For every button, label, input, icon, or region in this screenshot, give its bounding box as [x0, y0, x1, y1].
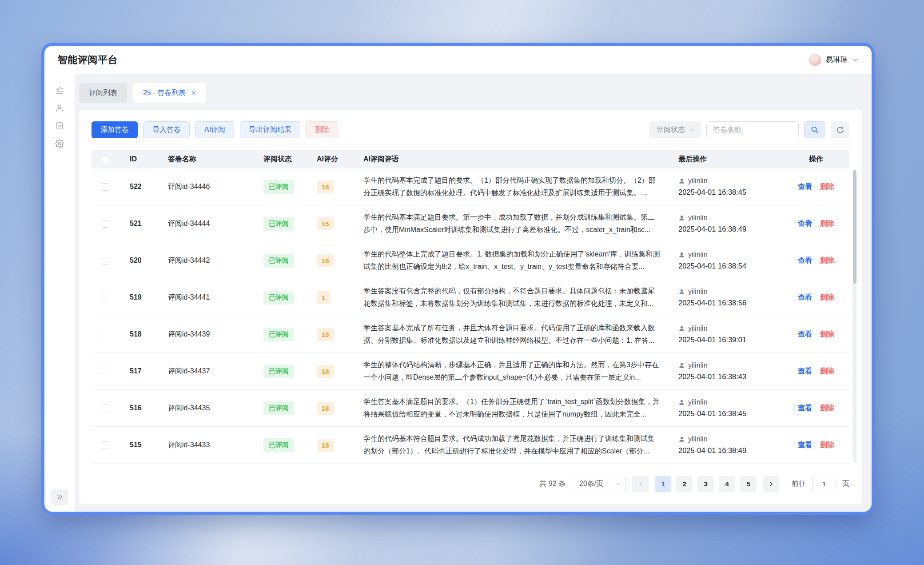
delete-link[interactable]: 删除 — [820, 330, 834, 339]
delete-link[interactable]: 删除 — [820, 441, 834, 450]
delete-link[interactable]: 删除 — [820, 219, 834, 228]
view-link[interactable]: 查看 — [798, 293, 812, 302]
chevron-right-icon — [768, 481, 774, 487]
row-checkbox[interactable] — [102, 368, 109, 375]
tab-review-list[interactable]: 评阅列表 — [79, 83, 127, 103]
answer-name-input[interactable] — [706, 121, 799, 138]
row-operator: yilinlin — [688, 325, 708, 333]
delete-link[interactable]: 删除 — [820, 367, 834, 376]
score-badge: 18 — [317, 180, 334, 193]
goto-unit-label: 页 — [842, 479, 849, 489]
page-button-4[interactable]: 4 — [719, 476, 735, 492]
search-button[interactable] — [804, 121, 825, 138]
status-badge: 已评阅 — [263, 328, 294, 341]
sidebar — [44, 74, 75, 512]
header-name: 答卷名称 — [168, 155, 263, 164]
page-size-select[interactable]: 20条/页 — [572, 476, 626, 492]
score-badge: 18 — [317, 254, 334, 267]
row-checkbox[interactable] — [102, 220, 109, 228]
delete-link[interactable]: 删除 — [820, 293, 834, 302]
row-operator: yilinlin — [688, 288, 708, 296]
row-name: 评阅id-34441 — [168, 293, 263, 302]
row-comment: 学生的代码基本符合题目要求。代码成功加载了鸢尾花数据集，并正确进行了训练集和测试… — [363, 433, 661, 457]
view-link[interactable]: 查看 — [798, 219, 812, 228]
row-checkbox[interactable] — [102, 257, 109, 264]
add-answer-button[interactable]: 添加答卷 — [92, 121, 138, 138]
delete-button[interactable]: 删除 — [306, 121, 338, 138]
sidebar-item-settings[interactable] — [51, 135, 68, 152]
user-menu[interactable]: 易琳琳 — [809, 54, 858, 66]
tab-answer-list[interactable]: 25 - 答卷列表 — [133, 83, 206, 103]
review-status-select-label: 评阅状态 — [657, 125, 685, 135]
row-comment: 学生的整体代码结构清晰，步骤基本正确，并且适用了正确的库和方法。然而，在第3步中… — [363, 359, 661, 384]
user-filled-icon — [678, 289, 685, 295]
view-link[interactable]: 查看 — [798, 330, 812, 339]
table-row: 518 评阅id-34439 已评阅 18 学生答案基本完成了所有任务，并且大体… — [92, 316, 849, 353]
row-operator: yilinlin — [688, 398, 708, 406]
sidebar-item-users[interactable] — [51, 99, 68, 117]
row-operator: yilinlin — [688, 251, 708, 259]
delete-link[interactable]: 删除 — [820, 256, 834, 265]
content-card: 添加答卷 导入答卷 AI评阅 导出评阅结果 删除 评阅状态 — [79, 110, 862, 504]
import-answer-button[interactable]: 导入答卷 — [143, 121, 190, 138]
row-time: 2025-04-01 16:38:54 — [678, 262, 746, 270]
row-comment: 学生的代码基本完成了题目的要求。（1）部分代码正确实现了数据集的加载和切分。（2… — [363, 174, 661, 199]
status-badge: 已评阅 — [263, 291, 294, 305]
view-link[interactable]: 查看 — [798, 182, 812, 192]
review-status-select[interactable]: 评阅状态 — [649, 121, 701, 138]
chevron-down-icon — [689, 127, 695, 133]
tab-bar: 评阅列表 25 - 答卷列表 — [79, 83, 862, 103]
page-button-1[interactable]: 1 — [655, 476, 671, 492]
row-comment: 学生的代码基本满足题目要求。第一步中，成功加载了数据，并划分成训练集和测试集。第… — [363, 211, 661, 236]
user-filled-icon — [678, 215, 685, 221]
delete-link[interactable]: 删除 — [820, 404, 834, 413]
table-header-row: ID 答卷名称 评阅状态 AI评分 AI评阅评语 最后操作 操作 — [92, 150, 849, 168]
row-id: 515 — [119, 441, 168, 449]
export-results-button[interactable]: 导出评阅结果 — [240, 121, 300, 138]
header-comment: AI评阅评语 — [363, 155, 678, 164]
user-name: 易琳琳 — [825, 55, 848, 65]
header-last-op: 最后操作 — [678, 155, 783, 164]
row-checkbox[interactable] — [102, 183, 109, 191]
tab-close-icon[interactable] — [191, 90, 196, 96]
page-button-5[interactable]: 5 — [740, 476, 757, 492]
ai-review-button[interactable]: AI评阅 — [195, 121, 234, 138]
sidebar-item-review-tasks[interactable] — [51, 81, 68, 99]
row-checkbox[interactable] — [102, 441, 109, 449]
page-button-3[interactable]: 3 — [697, 476, 714, 492]
view-link[interactable]: 查看 — [798, 441, 812, 450]
refresh-button[interactable] — [831, 121, 849, 138]
app-title: 智能评阅平台 — [58, 53, 118, 67]
filter-group: 评阅状态 — [649, 121, 849, 138]
table-row: 520 评阅id-34442 已评阅 18 学生的代码整体上完成了题目要求。1.… — [92, 242, 849, 279]
user-filled-icon — [678, 178, 685, 184]
row-checkbox[interactable] — [102, 331, 109, 338]
delete-link[interactable]: 删除 — [820, 182, 834, 192]
app-window: 智能评阅平台 易琳琳 — [44, 46, 872, 512]
row-id: 521 — [119, 220, 168, 228]
page-size-label: 20条/页 — [579, 479, 603, 489]
row-operator: yilinlin — [688, 214, 708, 222]
row-comment: 学生答案基本满足题目的要求。（1）任务部分正确使用了`train_test_sp… — [363, 396, 661, 421]
header-score: AI评分 — [317, 155, 363, 164]
next-page-button[interactable] — [763, 476, 779, 492]
row-time: 2025-04-01 16:38:45 — [678, 188, 746, 196]
sidebar-item-answer-sheets[interactable] — [51, 117, 68, 135]
view-link[interactable]: 查看 — [798, 404, 812, 413]
score-badge: 18 — [317, 365, 334, 378]
scrollbar-thumb[interactable] — [853, 170, 856, 284]
view-link[interactable]: 查看 — [798, 367, 812, 376]
row-checkbox[interactable] — [102, 294, 109, 301]
window-body: 评阅列表 25 - 答卷列表 添加答卷 导入答卷 AI评阅 导出评阅结 — [44, 74, 872, 512]
goto-page-input[interactable] — [812, 476, 836, 492]
app-header: 智能评阅平台 易琳琳 — [44, 46, 872, 74]
row-checkbox[interactable] — [102, 405, 109, 412]
row-operator: yilinlin — [688, 177, 708, 185]
row-name: 评阅id-34435 — [168, 404, 263, 413]
select-all-checkbox[interactable] — [102, 156, 109, 163]
sidebar-expand-button[interactable] — [51, 489, 68, 505]
prev-page-button[interactable] — [632, 476, 649, 492]
page-number-group: 1 2 3 4 5 — [655, 476, 757, 492]
view-link[interactable]: 查看 — [798, 256, 812, 265]
page-button-2[interactable]: 2 — [676, 476, 693, 492]
